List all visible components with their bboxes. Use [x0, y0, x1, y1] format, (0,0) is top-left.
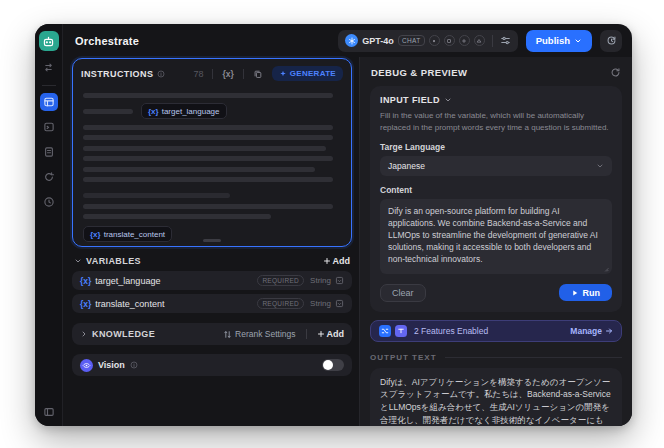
content-value: Dify is an open-source platform for buil…: [388, 206, 598, 264]
copy-prompt-icon[interactable]: [253, 69, 263, 79]
input-field-title: INPUT FIELD: [380, 95, 440, 105]
output-card: Difyは、AIアプリケーションを構築するためのオープンソースプラットフォームで…: [370, 368, 622, 427]
insert-variable-icon[interactable]: {x}: [222, 69, 233, 79]
pill-divider: [492, 35, 493, 47]
plus-icon: [323, 257, 331, 265]
chevron-down-icon: [596, 162, 604, 170]
content-textarea[interactable]: Dify is an open-source platform for buil…: [380, 199, 612, 273]
rail-divider: [42, 85, 56, 86]
top-bar: Orchestrate GPT-4o CHAT Publish: [63, 24, 632, 57]
arrow-right-icon: [605, 327, 613, 335]
info-icon: [130, 361, 138, 369]
output-text: Difyは、AIアプリケーションを構築するためのオープンソースプラットフォームで…: [380, 376, 612, 427]
content-field-label: Content: [380, 185, 612, 195]
output-text-title: OUTPUT TEXT: [370, 353, 437, 362]
chevron-down-icon[interactable]: [74, 257, 82, 265]
publish-button[interactable]: Publish: [526, 30, 592, 52]
char-count: 78: [193, 69, 203, 79]
chevron-down-icon: [574, 37, 582, 45]
variables-section-header: VARIABLES Add: [72, 247, 352, 271]
model-selector[interactable]: GPT-4o CHAT: [338, 30, 517, 52]
history-button[interactable]: [600, 30, 622, 52]
debug-title: DEBUG & PREVIEW: [371, 67, 467, 78]
vision-section: Vision: [72, 354, 352, 376]
variables-title: VARIABLES: [86, 256, 141, 266]
rerank-icon: [223, 330, 232, 339]
tune-sliders-icon[interactable]: [500, 35, 511, 46]
vision-toggle[interactable]: [322, 359, 344, 371]
chevron-down-icon: [444, 96, 452, 104]
debug-panel: DEBUG & PREVIEW INPUT FIELD Fill in the …: [359, 57, 632, 426]
history-icon: [606, 35, 617, 46]
add-variable-button[interactable]: Add: [323, 256, 351, 266]
resize-drag-handle[interactable]: [203, 239, 221, 242]
variable-row[interactable]: {x} translate_content REQUIRED String: [72, 294, 352, 313]
language-select[interactable]: Japanese: [380, 156, 612, 176]
app-robot-icon[interactable]: [39, 31, 59, 51]
language-select-value: Japanese: [388, 161, 425, 171]
page-title: Orchestrate: [75, 35, 139, 47]
resize-corner-icon[interactable]: [602, 265, 609, 272]
rerank-settings-button[interactable]: Rerank Settings: [223, 329, 295, 339]
collapse-panel-icon[interactable]: [35, 406, 62, 418]
string-type-icon[interactable]: [335, 299, 344, 308]
vision-label: Vision: [98, 360, 125, 370]
sidebar-item-monitoring[interactable]: [40, 193, 58, 211]
publish-label: Publish: [536, 35, 570, 46]
nav-rail: [35, 24, 63, 426]
prompt-content: {x} target_language: [73, 84, 351, 246]
plus-icon: [317, 330, 325, 338]
add-knowledge-button[interactable]: Add: [317, 329, 345, 339]
instructions-header: INSTRUCTIONS 78 {x}: [73, 59, 351, 84]
model-capability-icon: [444, 35, 455, 46]
clear-button[interactable]: Clear: [380, 284, 426, 302]
model-capability-icon: [429, 35, 440, 46]
feature-more-like-this-icon: [379, 325, 391, 337]
feature-text-to-speech-icon: [395, 325, 407, 337]
manage-features-button[interactable]: Manage: [570, 326, 613, 336]
refresh-icon[interactable]: [610, 67, 621, 78]
input-field-card: INPUT FIELD Fill in the value of the var…: [370, 86, 622, 312]
knowledge-section[interactable]: KNOWLEDGE Rerank Settings Add: [72, 323, 352, 345]
knowledge-title: KNOWLEDGE: [92, 329, 155, 339]
configuration-panel: INSTRUCTIONS 78 {x}: [63, 57, 359, 426]
eye-icon: [80, 359, 93, 372]
generate-button[interactable]: GENERATE: [272, 66, 343, 81]
required-badge: REQUIRED: [257, 275, 304, 286]
app-window: Orchestrate GPT-4o CHAT Publish: [35, 24, 632, 426]
input-field-header[interactable]: INPUT FIELD: [380, 95, 612, 105]
sidebar-item-annotation[interactable]: [40, 168, 58, 186]
sparkle-icon: [279, 70, 287, 78]
run-button[interactable]: Run: [559, 284, 613, 301]
required-badge: REQUIRED: [257, 298, 304, 309]
sidebar-item-logs[interactable]: [40, 143, 58, 161]
instructions-title: INSTRUCTIONS: [81, 69, 153, 79]
model-mode-badge: CHAT: [398, 35, 425, 46]
info-icon: [157, 70, 165, 78]
model-capability-icon: [474, 35, 485, 46]
variable-row[interactable]: {x} target_language REQUIRED String: [72, 271, 352, 290]
string-type-icon[interactable]: [335, 276, 344, 285]
input-field-description: Fill in the value of the variable, which…: [380, 110, 612, 133]
sidebar-item-preview[interactable]: [40, 118, 58, 136]
sidebar-item-orchestrate[interactable]: [40, 93, 58, 111]
features-enabled-bar[interactable]: 2 Features Enabled Manage: [370, 320, 622, 342]
output-divider: [445, 357, 622, 358]
openai-logo-icon: [345, 34, 358, 47]
model-capability-icon: [459, 35, 470, 46]
model-name: GPT-4o: [362, 36, 394, 46]
variable-tag-translate-content[interactable]: {x} translate_content: [83, 226, 172, 242]
swap-icon[interactable]: [40, 58, 58, 76]
chevron-right-icon[interactable]: [80, 330, 88, 338]
play-icon: [571, 289, 579, 297]
instructions-editor[interactable]: INSTRUCTIONS 78 {x}: [72, 58, 352, 247]
language-field-label: Targe Language: [380, 142, 612, 152]
variable-tag-target-language[interactable]: {x} target_language: [141, 103, 227, 119]
features-label: 2 Features Enabled: [414, 326, 488, 336]
